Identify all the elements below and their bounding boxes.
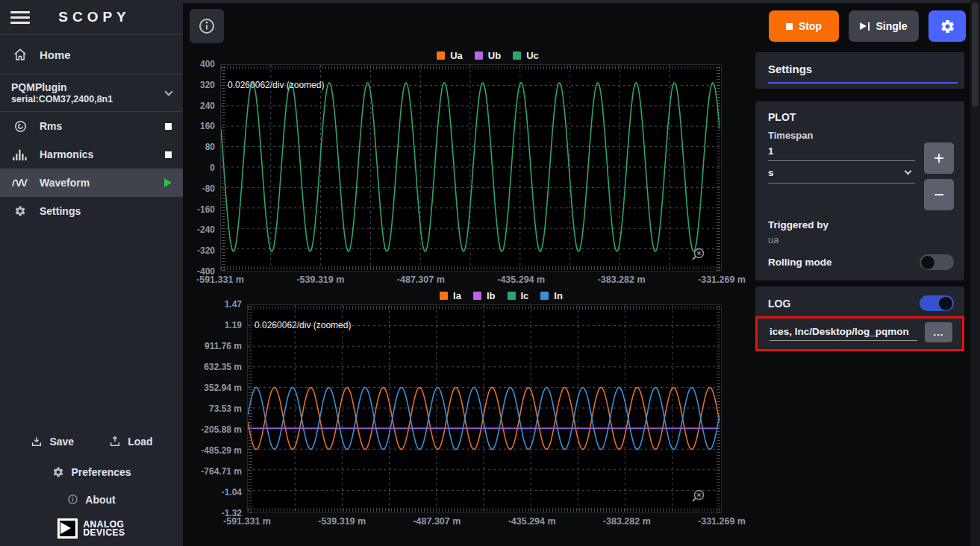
- stop-square-icon: [786, 23, 793, 30]
- axis-minor-ticks: [248, 306, 721, 310]
- unit-value: s: [768, 167, 774, 178]
- x-tick-label: -435.294 m: [508, 516, 556, 527]
- y-tick-label: -80: [202, 183, 215, 194]
- single-button[interactable]: Single: [849, 10, 919, 42]
- waveform-trace-In: [248, 388, 720, 450]
- sidebar-header: SCOPY: [0, 0, 183, 35]
- legend-label: Ic: [521, 290, 529, 301]
- rolling-mode-label: Rolling mode: [768, 257, 832, 268]
- sidebar-item-waveform[interactable]: Waveform: [0, 169, 183, 197]
- harmonics-icon: [11, 146, 29, 163]
- legend-label: Ub: [488, 50, 501, 61]
- y-tick-label: 400: [200, 59, 215, 69]
- chevron-down-icon: [905, 168, 912, 175]
- chevron-down-icon[interactable]: [164, 87, 172, 95]
- hamburger-menu-icon[interactable]: [10, 8, 30, 27]
- y-tick-label: -485.29 m: [201, 445, 242, 456]
- x-tick-label: -383.282 m: [598, 274, 646, 285]
- settings-title-card: Settings: [755, 52, 964, 89]
- single-label: Single: [876, 20, 907, 32]
- sidebar-item-home[interactable]: Home: [0, 35, 183, 75]
- legend-label: In: [554, 290, 563, 301]
- log-toggle[interactable]: [920, 295, 954, 311]
- sidebar-item-label: Home: [40, 48, 71, 61]
- legend-swatch: [437, 51, 445, 60]
- plots-column: UaUbUc 400320240160800-80-160-240-320-40…: [183, 49, 755, 546]
- voltage-plot-widget: UaUbUc 400320240160800-80-160-240-320-40…: [186, 49, 755, 289]
- y-tick-label: -160: [197, 204, 215, 215]
- y-tick-label: 80: [205, 142, 215, 152]
- y-tick-label: 160: [200, 121, 215, 131]
- sidebar-device-pqmplugin[interactable]: PQMPlugin serial:COM37,2400,8n1: [0, 75, 183, 112]
- legend-item-Ub[interactable]: Ub: [475, 50, 501, 61]
- y-tick-label: -205.88 m: [201, 424, 242, 435]
- instrument-topbar: Stop Single: [183, 3, 980, 49]
- gear-icon: [11, 203, 29, 219]
- y-tick-label: 0: [210, 163, 215, 173]
- log-path-input[interactable]: ices, Inc/Desktop/log_pqmon: [770, 324, 917, 341]
- legend-item-Ia[interactable]: Ia: [440, 290, 461, 301]
- timespan-unit-select[interactable]: s: [768, 161, 915, 183]
- current-plot-canvas[interactable]: 0.0260062/div (zoomed): [247, 304, 722, 513]
- plot-settings-card: PLOT Timespan 1 s + −: [755, 101, 964, 280]
- y-tick-label: 911.76 m: [205, 341, 242, 351]
- axis-minor-ticks: [717, 65, 720, 271]
- home-icon: [11, 46, 29, 63]
- axis-minor-ticks: [717, 305, 720, 512]
- panel-title: Settings: [768, 63, 958, 75]
- legend-swatch: [513, 51, 521, 60]
- current-plot-legend: IaIbIcIn: [247, 289, 755, 301]
- adi-triangle-icon: [57, 518, 78, 539]
- analog-devices-logo: ANALOG DEVICES: [0, 512, 183, 546]
- info-button[interactable]: [190, 9, 224, 43]
- save-button[interactable]: Save: [30, 433, 74, 450]
- x-axis-labels: -591.331 m-539.319 m-487.307 m-435.294 m…: [247, 513, 722, 530]
- preferences-label: Preferences: [71, 466, 131, 478]
- sidebar-item-label: Harmonics: [40, 148, 155, 160]
- legend-item-Ic[interactable]: Ic: [508, 290, 529, 301]
- load-label: Load: [128, 436, 152, 448]
- panel-scrollbar[interactable]: [970, 0, 980, 546]
- axis-minor-ticks: [249, 305, 252, 512]
- x-tick-label: -487.307 m: [397, 274, 445, 285]
- unzoom-magnifier-icon[interactable]: [690, 246, 706, 266]
- rolling-mode-toggle[interactable]: [920, 254, 954, 270]
- sidebar-item-rms[interactable]: Rms: [0, 112, 183, 140]
- save-icon: [30, 433, 43, 450]
- stop-square-icon[interactable]: [165, 123, 172, 130]
- preferences-button[interactable]: Preferences: [52, 464, 131, 480]
- legend-item-Uc[interactable]: Uc: [513, 50, 539, 61]
- load-button[interactable]: Load: [108, 433, 152, 450]
- scrollbar-thumb[interactable]: [972, 2, 979, 107]
- timespan-input[interactable]: 1: [768, 141, 915, 161]
- legend-item-Ib[interactable]: Ib: [473, 290, 496, 301]
- plot-settings-gear-button[interactable]: [928, 10, 966, 42]
- axis-minor-ticks: [221, 266, 721, 270]
- voltage-plot-canvas[interactable]: 0.0260062/div (zoomed): [220, 64, 722, 272]
- unzoom-magnifier-icon[interactable]: [690, 488, 706, 507]
- play-triangle-icon[interactable]: [164, 178, 172, 187]
- legend-label: Uc: [526, 50, 539, 61]
- waveform-trace-Ia: [248, 388, 720, 450]
- sidebar-item-harmonics[interactable]: Harmonics: [0, 140, 183, 169]
- axis-minor-ticks: [248, 508, 721, 512]
- timespan-decrement-button[interactable]: −: [924, 179, 954, 210]
- y-tick-label: 320: [200, 80, 215, 90]
- scale-annotation: 0.0260062/div (zoomed): [228, 80, 324, 90]
- x-tick-label: -383.282 m: [603, 516, 651, 527]
- y-tick-label: 352.94 m: [204, 383, 242, 393]
- timespan-increment-button[interactable]: +: [924, 142, 954, 174]
- stop-square-icon[interactable]: [165, 151, 172, 158]
- stop-button[interactable]: Stop: [769, 10, 839, 42]
- about-button[interactable]: About: [67, 494, 115, 506]
- device-serial: serial:COM37,2400,8n1: [11, 94, 166, 104]
- gear-icon: [940, 19, 955, 34]
- scale-annotation: 0.0260062/div (zoomed): [255, 320, 351, 330]
- legend-item-Ua[interactable]: Ua: [437, 50, 463, 61]
- legend-item-In[interactable]: In: [540, 290, 563, 301]
- triggered-by-value: ua: [768, 234, 954, 245]
- device-name: PQMPlugin: [11, 81, 166, 93]
- sidebar-item-settings[interactable]: Settings: [0, 197, 183, 225]
- browse-button[interactable]: ...: [925, 322, 952, 342]
- legend-swatch: [508, 292, 516, 300]
